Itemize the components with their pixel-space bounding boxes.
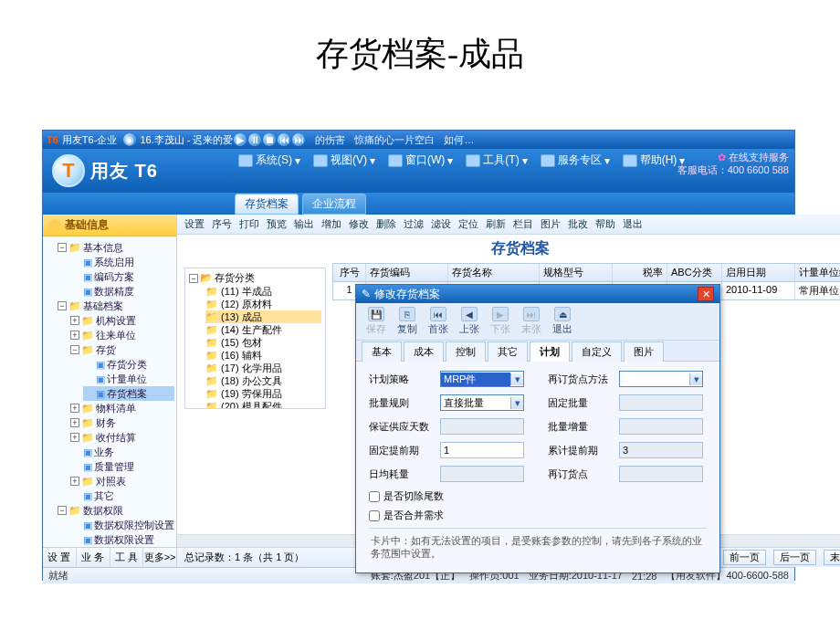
collapse-icon[interactable]: −: [70, 345, 79, 354]
dialog-tab-2[interactable]: 控制: [446, 341, 486, 362]
dialog-tab-6[interactable]: 图片: [624, 341, 664, 362]
grid-col-header[interactable]: 计量单位组: [795, 264, 840, 281]
dialog-tab-0[interactable]: 基本: [362, 341, 402, 362]
menu-service[interactable]: 服务专区▾: [541, 152, 610, 168]
toolbar-预览[interactable]: 预览: [267, 217, 287, 231]
combo-plan-strategy[interactable]: MRP件▾: [440, 371, 524, 387]
grid-col-header[interactable]: 启用日期: [722, 264, 795, 281]
toolbar-栏目[interactable]: 栏目: [513, 217, 533, 231]
category-item[interactable]: 📁(12) 原材料: [205, 298, 321, 310]
tree-node[interactable]: +📁财务: [70, 415, 174, 430]
input-fixed-lead[interactable]: [440, 442, 524, 458]
chevron-down-icon[interactable]: ▾: [510, 373, 523, 385]
combo-reorder-method[interactable]: ▾: [619, 371, 703, 387]
combo-batch-rule[interactable]: 直接批量▾: [440, 394, 524, 411]
toolbar-删除[interactable]: 删除: [376, 217, 396, 231]
dialog-tab-5[interactable]: 自定义: [572, 341, 622, 362]
collapse-icon[interactable]: −: [58, 301, 67, 310]
sidebar-bottom-tab[interactable]: 工 具: [110, 548, 144, 567]
tree-node[interactable]: +📁物料清单: [70, 401, 174, 415]
grid-col-header[interactable]: 规格型号: [540, 264, 613, 281]
menu-window[interactable]: 窗口(W)▾: [388, 152, 453, 168]
toolbar-退出[interactable]: 退出: [623, 217, 643, 231]
pager-prev-button[interactable]: 前一页: [723, 550, 766, 565]
toolbar-刷新[interactable]: 刷新: [486, 217, 506, 231]
toolbar-增加[interactable]: 增加: [321, 217, 341, 231]
category-item[interactable]: 📁(20) 模具配件: [205, 400, 321, 409]
dialog-tool-prev[interactable]: ◀上张: [457, 307, 482, 336]
tree-node[interactable]: ▣数据权限控制设置: [70, 518, 174, 532]
dialog-tool-first[interactable]: ⏮首张: [425, 307, 451, 336]
collapse-icon[interactable]: −: [189, 274, 198, 283]
toolbar-过滤[interactable]: 过滤: [404, 217, 424, 231]
input-fixed-batch[interactable]: [619, 394, 703, 411]
category-item[interactable]: 📁(18) 办公文具: [205, 374, 321, 387]
tree-node[interactable]: ▣其它: [70, 488, 174, 503]
pager-last-button[interactable]: 末页: [824, 550, 840, 565]
tree-node[interactable]: −📁基本信息: [58, 240, 174, 255]
tree-node[interactable]: ▣存货档案: [83, 386, 174, 401]
toolbar-输出[interactable]: 输出: [294, 217, 314, 231]
grid-col-header[interactable]: 税率: [613, 264, 667, 281]
dialog-tab-4[interactable]: 计划: [530, 341, 570, 362]
tree-node[interactable]: +📁机构设置: [70, 313, 174, 328]
close-button[interactable]: ✕: [698, 287, 714, 301]
toolbar-序号[interactable]: 序号: [212, 217, 232, 231]
grid-col-header[interactable]: 序号: [333, 264, 366, 281]
expand-icon[interactable]: +: [70, 404, 79, 413]
tree-node[interactable]: +📁往来单位: [70, 328, 174, 342]
category-item[interactable]: 📁(11) 半成品: [205, 285, 321, 298]
tree-node[interactable]: ▣质量管理: [70, 459, 174, 474]
expand-icon[interactable]: +: [70, 316, 79, 325]
input-accum-lead[interactable]: [619, 442, 703, 458]
toolbar-修改[interactable]: 修改: [349, 217, 369, 231]
tree-node[interactable]: +📁收付结算: [70, 430, 174, 445]
toolbar-滤设[interactable]: 滤设: [431, 217, 451, 231]
chevron-down-icon[interactable]: ▾: [510, 397, 523, 409]
tree-node[interactable]: ▣系统启用: [70, 255, 174, 269]
category-item[interactable]: 📁(19) 劳保用品: [205, 387, 321, 400]
grid-col-header[interactable]: 存货编码: [366, 264, 448, 281]
grid-col-header[interactable]: 存货名称: [448, 264, 540, 281]
dialog-tab-1[interactable]: 成本: [404, 341, 444, 362]
nav-tree[interactable]: −📁基本信息▣系统启用▣编码方案▣数据精度−📁基础档案+📁机构设置+📁往来单位−…: [43, 236, 176, 547]
dialog-titlebar[interactable]: ✎修改存货档案 ✕: [356, 285, 719, 303]
collapse-icon[interactable]: −: [58, 506, 67, 515]
tree-node[interactable]: ▣数据精度: [70, 284, 174, 299]
chevron-down-icon[interactable]: ▾: [689, 373, 702, 385]
player-controls[interactable]: ▶⏸⏹⏮⏭: [233, 133, 306, 146]
category-item[interactable]: 📁(15) 包材: [205, 336, 321, 349]
toolbar-帮助[interactable]: 帮助: [595, 217, 615, 231]
category-tree[interactable]: −📂存货分类 📁(11) 半成品📁(12) 原材料📁(13) 成品📁(14) 生…: [184, 268, 326, 409]
input-supply-days[interactable]: [440, 418, 524, 435]
grid-col-header[interactable]: ABC分类: [667, 264, 722, 281]
category-item[interactable]: 📁(14) 生产配件: [205, 323, 321, 336]
dialog-tab-3[interactable]: 其它: [488, 341, 528, 362]
sidebar-bottom-tab[interactable]: 业 务: [77, 548, 110, 567]
tree-node[interactable]: ▣数据权限设置: [70, 532, 174, 547]
dialog-tool-exit[interactable]: ⏏退出: [550, 307, 575, 336]
tree-node[interactable]: −📁数据权限: [58, 503, 174, 518]
input-batch-inc[interactable]: [619, 418, 703, 435]
category-item[interactable]: 📁(17) 化学用品: [205, 362, 321, 374]
checkbox-merge-demand[interactable]: 是否合并需求: [369, 509, 707, 522]
menu-system[interactable]: 系统(S)▾: [238, 152, 300, 168]
tree-node[interactable]: ▣编码方案: [70, 269, 174, 284]
menu-tool[interactable]: 工具(T)▾: [466, 152, 527, 168]
expand-icon[interactable]: +: [70, 331, 79, 340]
toolbar-打印[interactable]: 打印: [239, 217, 259, 231]
category-item[interactable]: 📁(13) 成品: [205, 310, 321, 323]
checkbox-trim-tail[interactable]: 是否切除尾数: [369, 489, 707, 503]
tree-node[interactable]: ▣存货分类: [83, 357, 174, 372]
sidebar-bottom-tab[interactable]: 更多>>: [143, 548, 176, 567]
pager-next-button[interactable]: 后一页: [773, 550, 816, 565]
input-daily-consume[interactable]: [440, 466, 524, 482]
tree-node[interactable]: ▣计量单位: [83, 372, 174, 386]
tree-node[interactable]: −📁存货: [70, 342, 174, 357]
input-reorder-point[interactable]: [619, 466, 703, 482]
sidebar-bottom-tab[interactable]: 设 置: [43, 548, 77, 567]
menu-view[interactable]: 视图(V)▾: [313, 152, 375, 168]
dialog-tool-copy[interactable]: ⎘复制: [394, 307, 420, 336]
collapse-icon[interactable]: −: [58, 243, 67, 252]
toolbar-图片[interactable]: 图片: [541, 217, 561, 231]
